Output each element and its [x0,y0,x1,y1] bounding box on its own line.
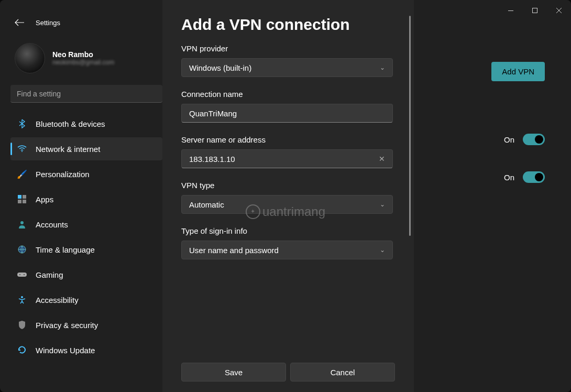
user-email: neokimbs@gmail.com [52,59,114,66]
svg-rect-9 [17,273,27,277]
nav-label: Accounts [36,220,68,229]
nav-label: Personalization [36,170,90,179]
globe-icon [17,244,27,255]
nav-apps[interactable]: Apps [10,188,162,211]
toggle-switch[interactable] [523,171,545,183]
close-button[interactable] [547,2,571,19]
apps-icon [17,194,27,204]
nav-label: Windows Update [36,346,95,355]
accessibility-icon [17,295,27,305]
nav-privacy[interactable]: Privacy & security [10,313,162,336]
chevron-down-icon: ⌄ [380,201,385,208]
nav-accounts[interactable]: Accounts [10,213,162,236]
toggle-label: On [504,135,514,144]
nav-label: Time & language [36,245,95,254]
svg-point-12 [21,296,23,298]
add-vpn-button[interactable]: Add VPN [491,62,545,81]
nav-label: Privacy & security [36,321,98,330]
svg-rect-0 [508,10,513,11]
toggle-label: On [504,173,514,182]
cancel-button[interactable]: Cancel [290,363,395,382]
svg-point-10 [19,274,20,275]
clear-icon[interactable]: ✕ [379,155,385,163]
wifi-icon [17,144,27,154]
profile[interactable]: Neo Rambo neokimbs@gmail.com [10,34,162,85]
nav-time-language[interactable]: Time & language [10,238,162,261]
svg-rect-3 [18,195,21,199]
avatar [15,43,45,73]
app-title: Settings [36,19,60,27]
save-button[interactable]: Save [181,363,286,382]
toggle-switch[interactable] [523,134,545,145]
signin-label: Type of sign-in info [181,226,393,235]
nav-label: Gaming [36,270,63,279]
vpn-type-select[interactable]: Automatic ⌄ [181,195,393,214]
server-label: Server name or address [181,135,393,144]
dialog-title: Add a VPN connection [181,16,395,34]
user-name: Neo Rambo [52,50,114,59]
chevron-down-icon: ⌄ [380,246,385,254]
nav-accessibility[interactable]: Accessibility [10,288,162,311]
svg-rect-4 [23,195,26,199]
add-vpn-dialog: Add a VPN connection VPN provider Window… [162,0,414,392]
svg-point-2 [21,151,23,152]
nav-bluetooth[interactable]: Bluetooth & devices [10,112,162,135]
bluetooth-icon [17,118,27,129]
connection-name-input[interactable]: QuanTriMang [181,104,393,123]
signin-select[interactable]: User name and password ⌄ [181,241,393,259]
sidebar: Settings Neo Rambo neokimbs@gmail.com Bl… [10,21,162,392]
nav-label: Network & internet [36,145,100,154]
provider-select[interactable]: Windows (built-in) ⌄ [181,58,393,77]
provider-label: VPN provider [181,44,393,53]
account-icon [17,219,27,230]
chevron-down-icon: ⌄ [380,64,385,71]
back-button[interactable] [14,17,25,28]
svg-rect-5 [18,200,21,203]
server-input[interactable]: 183.183.1.10 ✕ [181,149,393,168]
vpn-type-label: VPN type [181,181,393,190]
svg-point-7 [20,221,24,224]
nav-label: Apps [36,195,53,204]
nav-windows-update[interactable]: Windows Update [10,339,162,362]
maximize-button[interactable] [523,2,547,19]
nav-gaming[interactable]: Gaming [10,263,162,286]
search-input[interactable] [10,85,162,103]
svg-rect-1 [533,8,537,13]
minimize-button[interactable] [499,2,523,19]
gaming-icon [17,269,27,280]
svg-rect-6 [23,200,26,203]
nav-personalization[interactable]: 🖌️ Personalization [10,162,162,186]
nav-label: Accessibility [36,296,79,304]
scrollbar[interactable] [409,16,411,236]
nav-list: Bluetooth & devices Network & internet 🖌… [10,112,162,362]
nav-label: Bluetooth & devices [36,119,105,128]
connection-name-label: Connection name [181,90,393,99]
svg-point-11 [24,274,25,275]
nav-network[interactable]: Network & internet [10,137,162,160]
shield-icon [17,320,27,330]
brush-icon: 🖌️ [17,169,27,179]
update-icon [17,345,27,355]
